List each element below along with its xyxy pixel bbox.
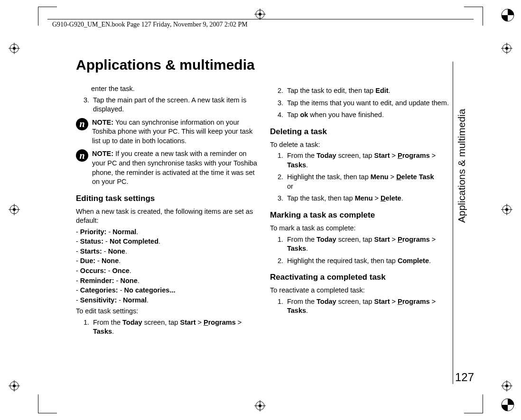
subheading-deleting: Deleting a task bbox=[270, 127, 456, 137]
paragraph: To reactivate a completed task: bbox=[270, 286, 456, 295]
crop-mark-icon bbox=[455, 7, 483, 35]
continuation-text: enter the task. bbox=[76, 84, 261, 94]
list-item: Tap the task to edit, then tap Edit. bbox=[285, 86, 456, 96]
registration-mark-icon bbox=[9, 380, 20, 392]
list-item: Tap ok when you have finished. bbox=[285, 110, 456, 120]
paragraph: To mark a task as complete: bbox=[270, 224, 456, 233]
registration-mark-icon bbox=[501, 204, 512, 215]
note-block: n NOTE: NOTE: You can synchronise inform… bbox=[76, 118, 261, 146]
list-item: From the Today screen, tap Start > Progr… bbox=[285, 235, 456, 254]
note-text: NOTE: NOTE: You can synchronise informat… bbox=[92, 118, 261, 146]
left-column: enter the task. Tap the main part of the… bbox=[76, 84, 261, 339]
page-title: Applications & multimedia bbox=[76, 57, 456, 73]
paragraph: When a new task is created, the followin… bbox=[76, 207, 261, 226]
list-item: Tap the main part of the screen. A new t… bbox=[91, 96, 261, 114]
note-icon: n bbox=[76, 118, 88, 130]
registration-mark-icon bbox=[501, 43, 512, 54]
paragraph: To delete a task: bbox=[270, 140, 456, 150]
page-number: 127 bbox=[455, 371, 474, 384]
subheading-editing: Editing task settings bbox=[76, 193, 261, 204]
crop-mark-icon bbox=[455, 385, 483, 413]
crop-mark-icon bbox=[38, 385, 66, 413]
paragraph: To edit task settings: bbox=[76, 307, 261, 316]
list-item: Highlight the task, then tap Menu > Dele… bbox=[285, 173, 456, 191]
note-icon: n bbox=[76, 149, 88, 162]
section-label: Applications & multimedia bbox=[456, 109, 467, 223]
note-block: n NOTE: NOTE: If you create a new task w… bbox=[76, 149, 261, 186]
pinwheel-icon bbox=[501, 398, 514, 411]
note-text: NOTE: NOTE: If you create a new task wit… bbox=[92, 149, 261, 186]
subheading-marking: Marking a task as complete bbox=[270, 210, 456, 221]
registration-mark-icon bbox=[254, 400, 266, 411]
pinwheel-icon bbox=[501, 9, 514, 22]
page-body: Applications & multimedia enter the task… bbox=[76, 57, 456, 379]
list-item: From the Today screen, tap Start > Progr… bbox=[91, 318, 261, 337]
running-header: G910-G920_UM_EN.book Page 127 Friday, No… bbox=[52, 21, 248, 28]
registration-mark-icon bbox=[9, 204, 20, 215]
subheading-reactivating: Reactivating a completed task bbox=[270, 272, 456, 283]
list-item: Highlight the required task, then tap Co… bbox=[285, 256, 456, 266]
list-item: From the Today screen, tap Start > Progr… bbox=[285, 297, 456, 316]
defaults-list: - Priority: - Normal. - Status: - Not Co… bbox=[76, 228, 261, 305]
registration-mark-icon bbox=[254, 9, 266, 20]
right-column: Tap the task to edit, then tap Edit. Tap… bbox=[270, 84, 456, 339]
list-item: From the Today screen, tap Start > Progr… bbox=[285, 151, 456, 170]
registration-mark-icon bbox=[501, 380, 512, 392]
crop-mark-icon bbox=[38, 7, 66, 35]
list-item: Tap the items that you want to edit, and… bbox=[285, 99, 456, 108]
list-item: Tap the task, then tap Menu > Delete. bbox=[285, 194, 456, 203]
registration-mark-icon bbox=[9, 43, 20, 54]
